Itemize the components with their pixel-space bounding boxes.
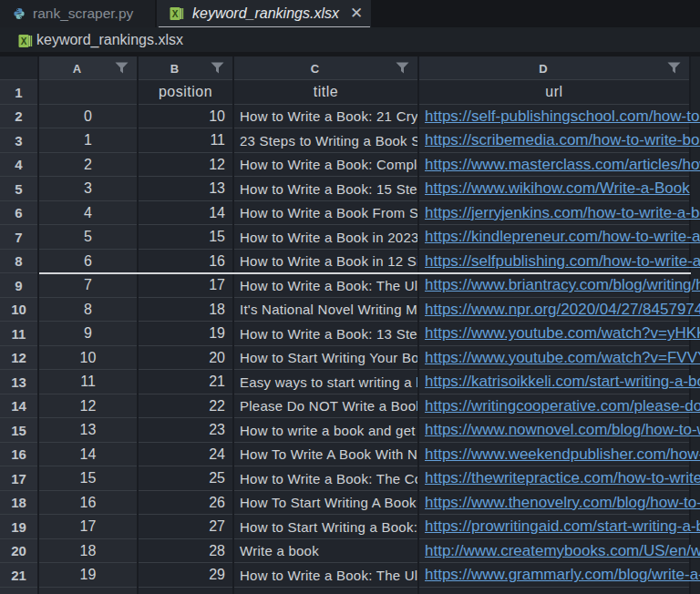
svg-text:X: X bbox=[172, 9, 179, 19]
svg-text:X: X bbox=[21, 36, 27, 46]
